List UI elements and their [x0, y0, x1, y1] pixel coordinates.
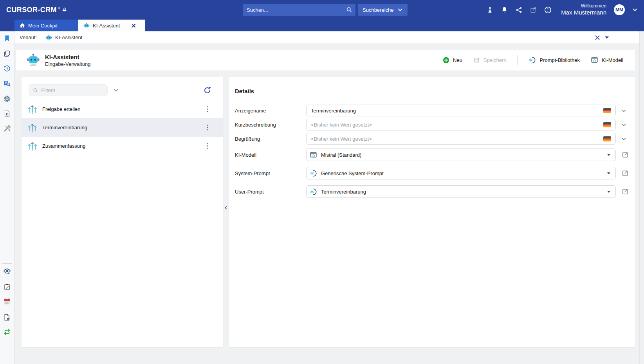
- ki-model-label: KI-Modell: [602, 57, 623, 63]
- language-chevron-icon[interactable]: [621, 122, 627, 128]
- field-label-begruessung: Begrüßung: [235, 136, 306, 142]
- kebab-menu-icon[interactable]: [204, 104, 211, 114]
- ki-modell-dropdown[interactable]: Mistral (Standard): [306, 148, 616, 161]
- tab-ki-assistent[interactable]: KI-Assistent: [78, 20, 145, 31]
- filter-input[interactable]: [41, 87, 103, 93]
- field-label-system-prompt: System-Prompt: [235, 170, 306, 176]
- details-panel: Details Anzeigename: [229, 77, 635, 347]
- tools-icon[interactable]: [3, 125, 11, 132]
- share-icon[interactable]: [514, 5, 523, 14]
- app-logo-registered-mark: ®: [58, 7, 60, 10]
- kurzbeschreibung-input[interactable]: [311, 122, 599, 128]
- list-item-selected[interactable]: Terminvereinbarung: [22, 118, 223, 137]
- prompt-sparkle-icon: [310, 170, 317, 177]
- open-record-icon[interactable]: [622, 188, 629, 195]
- entries-list-panel: Freigabe erteilen: [22, 77, 223, 347]
- close-icon[interactable]: [595, 35, 600, 40]
- german-flag-icon: [603, 136, 611, 141]
- info-menu-icon[interactable]: [543, 5, 552, 14]
- begruessung-field: [306, 133, 616, 145]
- global-search-area: Suchbereiche: [243, 4, 408, 16]
- floppy-disk-icon: [473, 57, 480, 63]
- robot-icon: [83, 23, 90, 29]
- history-item-ki-assistent[interactable]: KI-Assistent: [45, 34, 82, 41]
- clipboard-edit-icon[interactable]: [4, 283, 11, 291]
- robot-icon: [27, 53, 40, 67]
- actions-divider: [517, 55, 518, 65]
- list-item-label: Zusammenfassung: [42, 143, 204, 149]
- ki-modell-value: Mistral (Standard): [321, 152, 603, 158]
- save-button[interactable]: Speichern: [473, 57, 507, 63]
- welcome-line1: Willkommen: [561, 3, 606, 9]
- avatar[interactable]: MM: [614, 4, 625, 15]
- calendar-icon[interactable]: [3, 298, 11, 306]
- chevron-down-icon: [397, 7, 403, 13]
- eye-star-icon[interactable]: [3, 268, 11, 276]
- external-link-icon[interactable]: [529, 5, 538, 14]
- window-puzzle-icon: [591, 56, 598, 64]
- bell-icon[interactable]: [500, 5, 509, 14]
- report-pie-icon[interactable]: [4, 110, 11, 118]
- new-button-label: Neu: [453, 57, 462, 63]
- search-icon[interactable]: [346, 7, 352, 13]
- left-sidebar: [0, 31, 14, 364]
- refresh-icon[interactable]: [203, 86, 211, 94]
- list-item[interactable]: Zusammenfassung: [22, 137, 223, 155]
- user-prompt-dropdown[interactable]: Terminvereinbarung: [306, 185, 616, 198]
- dropdown-caret-icon: [607, 154, 610, 156]
- list-item[interactable]: Freigabe erteilen: [22, 100, 223, 118]
- language-chevron-icon[interactable]: [621, 108, 627, 114]
- filter-options-chevron-icon[interactable]: [113, 87, 119, 93]
- welcome-text: Willkommen Max Mustermann: [561, 3, 606, 16]
- kebab-menu-icon[interactable]: [204, 141, 211, 151]
- prompt-sparkle-icon: [529, 56, 536, 64]
- house-icon: [20, 23, 25, 28]
- search-scope-button[interactable]: Suchbereiche: [358, 4, 408, 16]
- arrows-up-icon: [27, 141, 37, 151]
- page-header: KI-Assistent Eingabe-Verwaltung Neu: [16, 50, 635, 71]
- history-icon[interactable]: [3, 65, 11, 72]
- bookmark-icon[interactable]: [4, 35, 11, 42]
- welcome-line2: Max Mustermann: [561, 9, 606, 16]
- system-prompt-dropdown[interactable]: Generische System-Prompt: [306, 167, 616, 179]
- ki-model-button[interactable]: KI-Modell: [591, 56, 623, 64]
- prompt-library-button[interactable]: Prompt-Bibliothek: [529, 56, 580, 64]
- repeat-icon[interactable]: [3, 328, 11, 336]
- search-document-icon[interactable]: [3, 80, 11, 87]
- user-menu-chevron-icon[interactable]: [631, 5, 639, 14]
- page-title: KI-Assistent: [45, 54, 90, 60]
- document-gear-icon[interactable]: [4, 314, 11, 321]
- copy-pages-icon[interactable]: [4, 50, 11, 58]
- list-item-label: Terminvereinbarung: [42, 125, 204, 130]
- arrows-up-icon: [27, 123, 37, 132]
- history-label: Verlauf:: [20, 34, 37, 40]
- tab-mein-cockpit[interactable]: Mein Cockpit: [14, 20, 78, 31]
- open-record-icon[interactable]: [622, 170, 629, 177]
- field-label-kurzbeschreibung: Kurzbeschreibung: [235, 122, 306, 128]
- gear-play-icon[interactable]: [3, 95, 11, 103]
- begruessung-input[interactable]: [311, 136, 599, 142]
- details-heading: Details: [235, 88, 635, 94]
- plus-circle-icon: [443, 57, 449, 63]
- global-search-box: [243, 4, 355, 16]
- collapse-panel-handle[interactable]: ‹: [224, 203, 227, 212]
- lighthouse-icon[interactable]: [485, 5, 494, 14]
- field-label-anzeigename: Anzeigename: [235, 108, 306, 114]
- open-record-icon[interactable]: [622, 151, 629, 158]
- tab-label: Mein Cockpit: [28, 23, 58, 29]
- new-button[interactable]: Neu: [443, 57, 462, 63]
- chevron-down-icon[interactable]: [605, 36, 609, 39]
- field-label-ki-modell: KI-Modell: [235, 152, 306, 158]
- search-scope-label: Suchbereiche: [363, 7, 394, 13]
- anzeigename-input[interactable]: [311, 108, 599, 114]
- vertical-scrollbar[interactable]: [639, 31, 644, 364]
- kebab-menu-icon[interactable]: [204, 123, 211, 132]
- tab-close-icon[interactable]: [132, 24, 136, 28]
- search-icon: [33, 87, 38, 93]
- anzeigename-field: [306, 105, 616, 116]
- search-input[interactable]: [244, 7, 346, 13]
- dropdown-caret-icon: [607, 191, 610, 193]
- window-puzzle-icon: [310, 151, 317, 159]
- app-logo: CURSOR-CRM®: [6, 6, 67, 14]
- language-chevron-icon[interactable]: [621, 136, 627, 142]
